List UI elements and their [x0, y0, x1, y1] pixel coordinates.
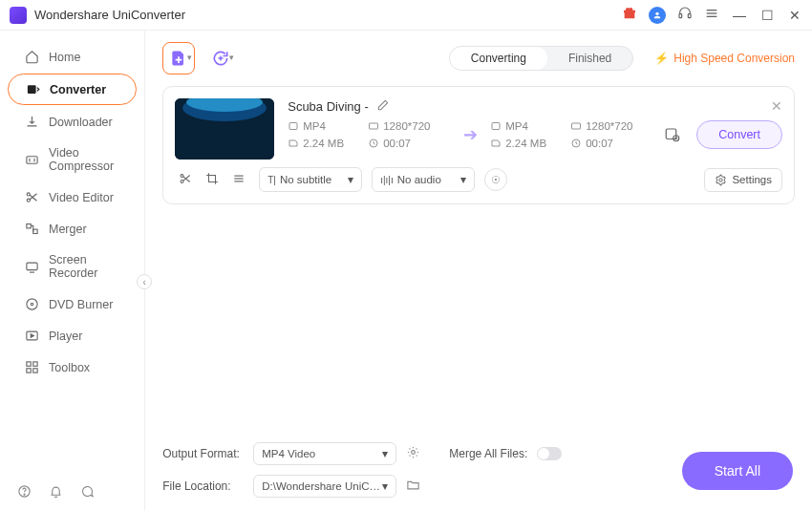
chevron-down-icon: ▾	[348, 173, 353, 186]
app-logo	[10, 7, 27, 24]
tab-finished[interactable]: Finished	[547, 47, 632, 70]
scissors-icon	[25, 190, 39, 204]
subtitle-select[interactable]: T|No subtitle ▾	[259, 167, 362, 192]
svg-rect-26	[370, 123, 378, 129]
info-button[interactable]: ☉	[484, 168, 507, 191]
sidebar-item-home[interactable]: Home	[8, 42, 137, 72]
file-location-select[interactable]: D:\Wondershare UniConverter ▾	[253, 475, 396, 498]
sidebar-item-dvd[interactable]: DVD Burner	[8, 289, 137, 319]
sidebar-item-label: Toolbox	[49, 361, 90, 374]
effects-icon[interactable]	[232, 172, 246, 188]
crop-icon[interactable]	[205, 172, 219, 188]
bell-icon[interactable]	[49, 484, 63, 501]
sidebar-item-label: Player	[49, 330, 82, 343]
svg-point-13	[27, 299, 37, 309]
format-settings-icon[interactable]	[406, 445, 420, 462]
sidebar-item-downloader[interactable]: Downloader	[8, 107, 137, 137]
src-size: 2.24 MB	[303, 138, 358, 149]
main-content: ▾ ▾ Converting Finished ⚡ High Speed Con…	[145, 31, 812, 511]
settings-button[interactable]: Settings	[704, 168, 782, 192]
sidebar-item-player[interactable]: Player	[8, 321, 137, 351]
high-speed-banner[interactable]: ⚡ High Speed Conversion	[654, 52, 795, 65]
svg-point-14	[31, 303, 33, 306]
chevron-down-icon: ▾	[229, 53, 234, 62]
svg-point-39	[412, 451, 416, 455]
app-title: Wondershare UniConverter	[34, 8, 622, 22]
dst-size: 2.24 MB	[505, 138, 561, 149]
sidebar-item-toolbox[interactable]: Toolbox	[8, 352, 137, 382]
svg-rect-16	[27, 362, 31, 366]
headset-icon[interactable]	[677, 6, 693, 24]
compressor-icon	[25, 153, 39, 167]
menu-icon[interactable]	[704, 6, 719, 24]
maximize-button[interactable]: ☐	[759, 8, 776, 23]
dst-format: MP4	[505, 120, 561, 132]
refresh-plus-icon	[211, 49, 230, 68]
tab-converting[interactable]: Converting	[450, 47, 547, 70]
sidebar-item-recorder[interactable]: Screen Recorder	[8, 245, 137, 287]
output-settings-icon[interactable]	[664, 126, 681, 143]
sidebar-item-label: Screen Recorder	[49, 253, 119, 280]
svg-rect-12	[27, 263, 37, 270]
edit-name-icon[interactable]	[376, 98, 390, 115]
chevron-down-icon: ▾	[187, 53, 192, 62]
trim-icon[interactable]	[179, 172, 192, 188]
file-location-value: D:\Wondershare UniConverter	[262, 480, 382, 492]
sidebar-item-merger[interactable]: Merger	[8, 214, 137, 244]
open-folder-icon[interactable]	[406, 478, 420, 495]
merger-icon	[25, 222, 39, 236]
clock-icon	[368, 138, 379, 149]
src-format: MP4	[303, 120, 358, 132]
svg-rect-2	[688, 14, 691, 18]
svg-rect-7	[27, 156, 37, 163]
high-speed-label: High Speed Conversion	[673, 52, 795, 65]
svg-rect-11	[33, 229, 37, 233]
subtitle-icon: T|	[267, 175, 276, 185]
start-all-button[interactable]: Start All	[682, 452, 793, 490]
minimize-button[interactable]: —	[731, 8, 748, 23]
resolution-icon	[570, 120, 582, 132]
size-icon	[490, 138, 502, 149]
clock-icon	[570, 138, 582, 149]
file-location-label: File Location:	[162, 479, 244, 493]
svg-rect-29	[572, 123, 581, 129]
add-file-icon	[169, 49, 188, 68]
svg-point-0	[655, 11, 658, 14]
user-avatar[interactable]	[649, 7, 666, 24]
src-duration: 00:07	[383, 138, 438, 149]
arrow-icon: ➔	[456, 124, 484, 145]
gift-icon[interactable]	[622, 6, 637, 24]
output-format-select[interactable]: MP4 Video ▾	[253, 442, 396, 465]
svg-rect-1	[679, 14, 682, 18]
sidebar-item-compressor[interactable]: Video Compressor	[8, 138, 137, 181]
sidebar-item-editor[interactable]: Video Editor	[8, 182, 137, 212]
audio-value: No audio	[397, 174, 441, 185]
recorder-icon	[25, 260, 39, 274]
sidebar-item-converter[interactable]: Converter	[8, 74, 137, 105]
chevron-down-icon: ▾	[460, 173, 466, 186]
convert-button[interactable]: Convert	[696, 120, 782, 149]
add-file-button[interactable]: ▾	[162, 42, 195, 75]
close-button[interactable]: ✕	[787, 8, 802, 23]
sidebar-item-label: DVD Burner	[49, 298, 113, 311]
chevron-down-icon: ▾	[382, 447, 388, 460]
svg-rect-10	[27, 224, 31, 228]
video-thumbnail[interactable]	[175, 98, 274, 160]
status-tabs: Converting Finished	[449, 46, 633, 71]
sidebar-item-label: Converter	[50, 83, 106, 96]
sidebar-item-label: Video Editor	[49, 191, 114, 204]
chevron-down-icon: ▾	[382, 479, 388, 493]
audio-select[interactable]: ı|ı|ıNo audio ▾	[372, 167, 475, 192]
merge-toggle[interactable]	[537, 447, 562, 460]
audio-icon: ı|ı|ı	[380, 175, 394, 185]
home-icon	[25, 50, 39, 64]
help-icon[interactable]	[17, 484, 32, 501]
add-url-button[interactable]: ▾	[204, 42, 237, 75]
gear-icon	[715, 174, 727, 186]
sidebar-item-label: Downloader	[49, 116, 113, 129]
dst-duration: 00:07	[586, 138, 641, 149]
remove-file-button[interactable]: ✕	[771, 98, 782, 114]
sidebar-item-label: Video Compressor	[49, 146, 119, 173]
dvd-icon	[25, 297, 39, 311]
feedback-icon[interactable]	[80, 484, 95, 501]
